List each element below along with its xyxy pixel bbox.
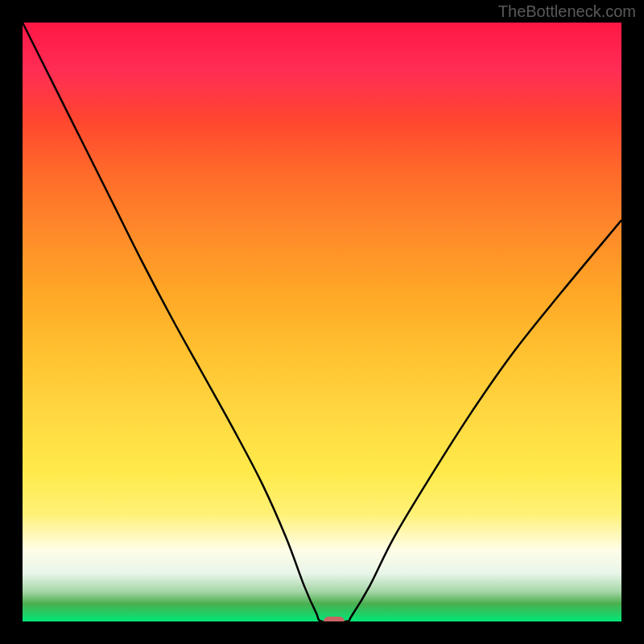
frame-bottom [0,621,644,644]
frame-right [621,0,644,644]
bottleneck-curve [23,23,621,621]
plot-area [23,23,621,621]
frame-left [0,0,23,644]
watermark-text: TheBottleneck.com [498,2,636,21]
curve-svg [23,23,621,621]
